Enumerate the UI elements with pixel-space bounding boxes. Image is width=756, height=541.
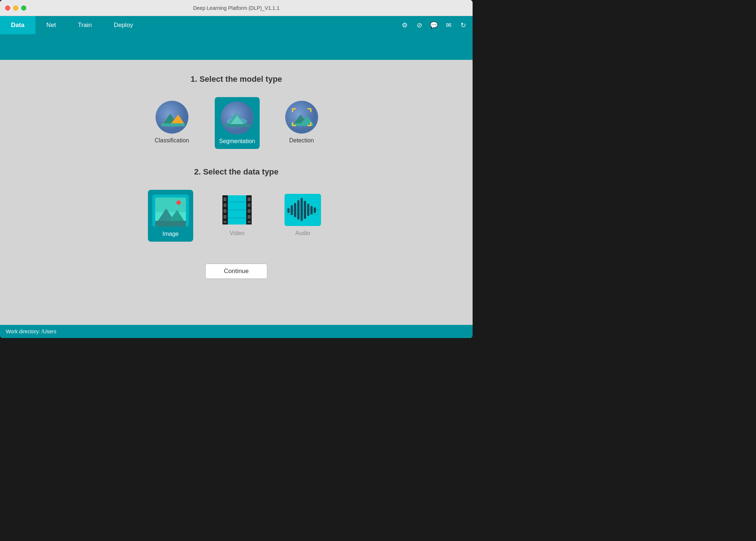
svg-rect-41 — [294, 204, 296, 217]
refresh-icon[interactable]: ↻ — [458, 20, 468, 30]
image-card[interactable]: Image — [148, 190, 193, 242]
svg-rect-15 — [155, 197, 186, 212]
title-bar: Deep Learning Platform (DLP)_V1.1.1 — [0, 0, 473, 16]
detection-card-box: Detection — [282, 97, 322, 147]
detection-card[interactable]: Detection — [282, 97, 322, 147]
close-button[interactable] — [5, 5, 10, 11]
audio-icon — [285, 193, 321, 226]
svg-point-53 — [297, 200, 299, 202]
audio-label: Audio — [295, 230, 310, 237]
tab-train[interactable]: Train — [67, 16, 103, 34]
svg-rect-30 — [248, 209, 251, 213]
svg-rect-31 — [248, 215, 251, 219]
video-card[interactable]: Video — [215, 190, 259, 240]
segmentation-card-box: Segmentation — [215, 97, 260, 149]
audio-card-box: Audio — [281, 190, 325, 240]
detection-label: Detection — [289, 137, 314, 144]
segmentation-label: Segmentation — [219, 138, 255, 145]
svg-rect-26 — [224, 215, 226, 219]
toolbar-icons: ⚙ ⊘ 💬 ✉ ↻ — [400, 16, 468, 34]
svg-point-55 — [304, 201, 306, 203]
svg-rect-44 — [304, 202, 306, 219]
banner — [0, 34, 473, 60]
segmentation-icon — [221, 101, 253, 134]
section2-heading: 2. Select the data type — [194, 167, 278, 177]
main-window: Deep Learning Platform (DLP)_V1.1.1 Data… — [0, 0, 473, 338]
continue-button[interactable]: Continue — [205, 264, 267, 279]
window-title: Deep Learning Platform (DLP)_V1.1.1 — [193, 5, 280, 11]
video-label: Video — [230, 230, 245, 237]
maximize-button[interactable] — [21, 5, 26, 11]
classification-label: Classification — [155, 137, 189, 144]
main-content: 1. Select the model type — [0, 60, 473, 325]
video-icon — [219, 193, 255, 226]
svg-rect-24 — [224, 203, 226, 207]
minimize-button[interactable] — [13, 5, 18, 11]
svg-point-58 — [314, 207, 316, 210]
svg-rect-25 — [224, 209, 226, 213]
image-icon — [152, 194, 189, 227]
svg-point-54 — [301, 198, 303, 200]
model-type-row: Classification — [151, 97, 322, 149]
svg-point-50 — [287, 208, 290, 210]
svg-rect-8 — [225, 124, 250, 127]
svg-rect-40 — [291, 206, 293, 215]
svg-rect-29 — [248, 203, 251, 207]
svg-point-57 — [310, 206, 313, 208]
data-type-row: Image — [148, 190, 325, 242]
svg-rect-23 — [224, 197, 226, 201]
tab-bar: Data Net Train Deploy ⚙ ⊘ 💬 ✉ ↻ — [0, 16, 473, 34]
svg-rect-42 — [297, 201, 299, 219]
settings-icon[interactable]: ⚙ — [400, 20, 410, 30]
image-label: Image — [163, 231, 179, 237]
tab-deploy[interactable]: Deploy — [103, 16, 144, 34]
svg-point-18 — [176, 200, 181, 205]
section1-heading: 1. Select the model type — [191, 74, 282, 84]
detection-icon — [285, 101, 318, 134]
svg-rect-32 — [248, 221, 251, 223]
tab-net[interactable]: Net — [35, 16, 67, 34]
svg-rect-19 — [155, 221, 186, 227]
svg-rect-27 — [224, 221, 226, 223]
video-card-box: Video — [215, 190, 259, 240]
classification-card[interactable]: Classification — [151, 97, 193, 147]
svg-rect-3 — [161, 123, 185, 126]
image-card-box: Image — [148, 190, 193, 242]
classification-card-box: Classification — [151, 97, 193, 147]
audio-card[interactable]: Audio — [281, 190, 325, 240]
email-icon[interactable]: ✉ — [443, 20, 454, 30]
chat-icon[interactable]: 💬 — [429, 20, 439, 30]
segmentation-card[interactable]: Segmentation — [215, 97, 260, 149]
tab-data[interactable]: Data — [0, 16, 35, 34]
status-bar: Work directory: /Users — [0, 325, 473, 338]
svg-point-52 — [294, 203, 296, 205]
svg-rect-28 — [248, 197, 251, 201]
status-text: Work directory: /Users — [6, 329, 56, 334]
classification-icon — [156, 101, 188, 134]
cancel-icon[interactable]: ⊘ — [414, 20, 424, 30]
svg-point-51 — [291, 205, 293, 207]
traffic-lights — [5, 5, 26, 11]
svg-point-56 — [307, 204, 309, 206]
